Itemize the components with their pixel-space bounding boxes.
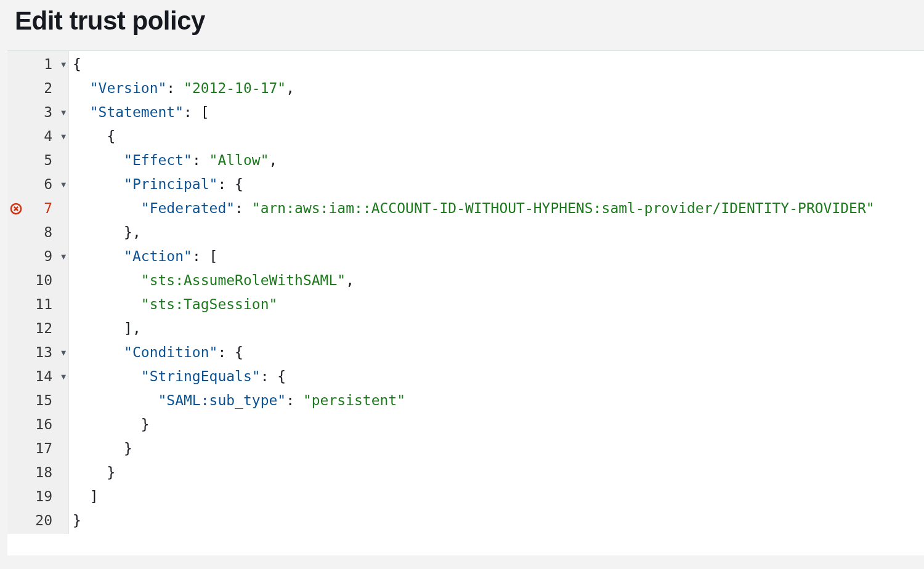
token-key: "SAML:sub_type" <box>158 392 286 408</box>
line-number: 2 <box>36 76 56 100</box>
token-key: "Effect" <box>124 152 192 168</box>
line-number: 17 <box>35 437 56 461</box>
line-number: 5 <box>36 148 56 172</box>
token-str: "sts:AssumeRoleWithSAML" <box>141 272 346 288</box>
token-brace: } <box>73 512 81 528</box>
code-line[interactable]: }, <box>73 220 875 244</box>
gutter-row: 1▼ <box>7 52 68 76</box>
token-punc: : <box>235 200 252 216</box>
code-line[interactable]: "Effect": "Allow", <box>73 148 875 172</box>
code-line[interactable]: "Federated": "arn:aws:iam::ACCOUNT-ID-WI… <box>73 196 875 220</box>
code-line[interactable]: ] <box>73 485 875 509</box>
gutter-row: 8 <box>7 220 68 244</box>
gutter-row: 17 <box>7 437 68 461</box>
token-key: "Version" <box>90 80 167 96</box>
code-line[interactable]: { <box>73 124 875 148</box>
gutter-row: 12 <box>7 317 68 341</box>
token-str: "sts:TagSession" <box>141 296 278 312</box>
gutter-row: 18 <box>7 461 68 485</box>
token-key: "Condition" <box>124 344 217 360</box>
token-brace: ], <box>124 320 141 336</box>
editor-code[interactable]: { "Version": "2012-10-17", "Statement": … <box>69 51 875 534</box>
token-brace: { <box>107 128 115 144</box>
token-punc: : <box>166 80 184 96</box>
code-line[interactable]: "Condition": { <box>73 341 875 365</box>
code-line[interactable]: "Version": "2012-10-17", <box>73 76 875 100</box>
token-punc: : <box>286 392 303 408</box>
code-line[interactable]: } <box>73 461 875 485</box>
line-number: 20 <box>35 509 56 533</box>
token-punc: : <box>192 152 209 168</box>
token-key: "Action" <box>124 248 192 264</box>
line-number: 11 <box>35 293 56 317</box>
token-key: "Principal" <box>124 176 217 192</box>
fold-icon[interactable]: ▼ <box>56 252 66 260</box>
code-line[interactable]: ], <box>73 317 875 341</box>
token-punc: : { <box>261 368 286 384</box>
page-title: Edit trust policy <box>0 0 924 50</box>
token-punc: , <box>346 272 354 288</box>
token-brace: ] <box>90 488 99 504</box>
gutter-row: 4▼ <box>7 124 68 148</box>
fold-icon[interactable]: ▼ <box>56 108 66 116</box>
code-line[interactable]: "SAML:sub_type": "persistent" <box>73 389 875 413</box>
token-punc: : { <box>217 176 243 192</box>
code-line[interactable]: "StringEquals": { <box>73 365 875 389</box>
gutter-row: 3▼ <box>7 100 68 124</box>
token-str: "2012-10-17" <box>184 80 286 96</box>
policy-editor[interactable]: 1▼23▼4▼56▼ 789▼10111213▼14▼151617181920 … <box>7 50 924 555</box>
code-line[interactable]: } <box>73 509 875 533</box>
editor-gutter: 1▼23▼4▼56▼ 789▼10111213▼14▼151617181920 <box>7 51 69 534</box>
gutter-row: 11 <box>7 293 68 317</box>
code-line[interactable]: "Statement": [ <box>73 100 875 124</box>
token-key: "Federated" <box>141 200 235 216</box>
line-number: 15 <box>35 389 56 413</box>
gutter-row: 5 <box>7 148 68 172</box>
code-line[interactable]: } <box>73 437 875 461</box>
token-key: "Statement" <box>90 104 184 120</box>
line-number: 9 <box>36 244 56 268</box>
token-brace: { <box>73 56 81 72</box>
gutter-row: 7 <box>7 196 68 220</box>
token-brace: } <box>141 416 150 432</box>
code-line[interactable]: "sts:TagSession" <box>73 293 875 317</box>
token-brace: } <box>124 440 132 456</box>
gutter-row: 10 <box>7 268 68 293</box>
code-line[interactable]: "sts:AssumeRoleWithSAML", <box>73 268 875 293</box>
line-number: 3 <box>36 100 56 124</box>
token-str: "persistent" <box>303 392 405 408</box>
token-punc: , <box>286 80 294 96</box>
token-key: "StringEquals" <box>141 368 261 384</box>
line-number: 14 <box>35 365 56 389</box>
gutter-row: 16 <box>7 413 68 437</box>
token-punc: : [ <box>184 104 209 120</box>
gutter-row: 2 <box>7 76 68 100</box>
gutter-row: 14▼ <box>7 365 68 389</box>
code-line[interactable]: { <box>73 52 875 76</box>
code-line[interactable]: "Action": [ <box>73 244 875 268</box>
gutter-row: 13▼ <box>7 341 68 365</box>
token-brace: }, <box>124 224 141 240</box>
token-str: "Allow" <box>209 152 269 168</box>
gutter-row: 19 <box>7 485 68 509</box>
token-punc: : [ <box>192 248 218 264</box>
fold-icon[interactable]: ▼ <box>56 132 66 140</box>
token-brace: } <box>107 464 115 480</box>
token-punc: , <box>269 152 278 168</box>
gutter-row: 6▼ <box>7 172 68 196</box>
gutter-row: 20 <box>7 509 68 533</box>
line-number: 13 <box>35 341 56 365</box>
fold-icon[interactable]: ▼ <box>56 349 66 357</box>
line-number: 4 <box>36 124 56 148</box>
line-number: 16 <box>35 413 56 437</box>
code-line[interactable]: } <box>73 413 875 437</box>
token-str: "arn:aws:iam::ACCOUNT-ID-WITHOUT-HYPHENS… <box>252 200 875 216</box>
code-line[interactable]: "Principal": { <box>73 172 875 196</box>
line-number: 1 <box>36 52 56 76</box>
line-number: 12 <box>35 317 56 341</box>
fold-icon[interactable]: ▼ <box>56 373 66 381</box>
line-number: 10 <box>35 268 56 293</box>
fold-icon[interactable]: ▼ <box>56 180 66 188</box>
line-number: 7 <box>36 196 56 220</box>
fold-icon[interactable]: ▼ <box>56 60 66 68</box>
